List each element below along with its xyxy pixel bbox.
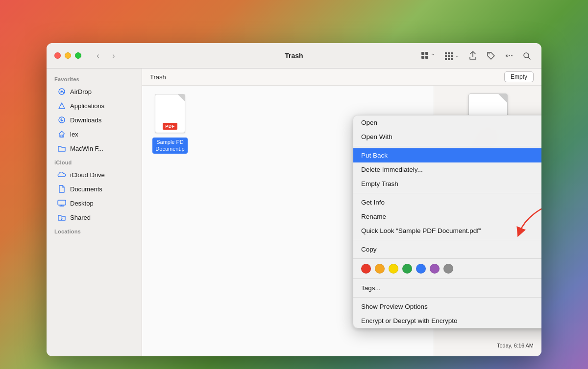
more-icon: »: [505, 52, 513, 60]
macwin-label: MacWin F...: [70, 145, 103, 152]
tag-button[interactable]: [484, 49, 498, 62]
sidebar: Favorites AirDrop: [47, 69, 142, 356]
view-chevron: ⌃: [431, 53, 435, 58]
menu-item-open-with[interactable]: Open With ›: [353, 130, 541, 144]
close-button[interactable]: [54, 52, 61, 59]
svg-rect-12: [451, 58, 453, 60]
sidebar-item-downloads[interactable]: Downloads: [49, 113, 139, 127]
file-item[interactable]: PDF Sample PD Document.p: [148, 92, 192, 350]
separator-3: [353, 240, 541, 240]
search-button[interactable]: [520, 50, 534, 62]
menu-item-tags[interactable]: Tags...: [353, 281, 541, 295]
shared-label: Shared: [70, 214, 91, 221]
menu-item-delete[interactable]: Delete Immediately...: [353, 162, 541, 177]
svg-line-16: [528, 57, 530, 59]
content-area: Favorites AirDrop: [47, 69, 541, 356]
svg-rect-0: [421, 52, 424, 55]
color-gray[interactable]: [443, 264, 453, 274]
color-blue[interactable]: [416, 264, 426, 274]
color-red[interactable]: [361, 264, 371, 274]
applications-icon: [57, 101, 66, 110]
maximize-button[interactable]: [75, 52, 81, 59]
favorites-label: Favorites: [47, 72, 142, 84]
menu-item-get-info[interactable]: Get Info: [353, 195, 541, 209]
menu-item-rename[interactable]: Rename: [353, 209, 541, 224]
color-tags-row: [353, 261, 541, 277]
context-menu: Open Open With › Put Back Delete Immedia…: [353, 115, 541, 328]
pdf-file-icon: PDF: [155, 94, 185, 133]
home-icon: [57, 130, 66, 138]
separator-4: [353, 258, 541, 259]
svg-point-13: [489, 53, 490, 54]
svg-rect-2: [421, 56, 424, 59]
menu-item-put-back[interactable]: Put Back: [353, 148, 541, 162]
window-title: Trash: [285, 52, 303, 60]
path-bar: Trash Empty: [142, 69, 541, 86]
svg-rect-5: [448, 52, 450, 54]
desktop-icon: [57, 199, 66, 208]
file-name: Sample PD Document.p: [152, 138, 187, 154]
sidebar-item-airdrop[interactable]: AirDrop: [49, 85, 139, 98]
empty-trash-button[interactable]: Empty: [504, 71, 534, 82]
menu-item-open[interactable]: Open: [353, 115, 541, 130]
forward-button[interactable]: ›: [107, 49, 121, 63]
sidebar-item-lex[interactable]: lex: [49, 127, 139, 141]
title-bar: ‹ › Trash ⌃: [47, 43, 541, 69]
toolbar-right: ⌃ ⌄: [418, 49, 534, 62]
file-icon-wrapper: PDF: [152, 92, 188, 136]
lex-label: lex: [70, 131, 78, 138]
menu-item-encrypt[interactable]: Encrypt or Decrypt with Encrypto: [353, 314, 541, 328]
svg-rect-4: [445, 52, 447, 54]
share-button[interactable]: [466, 49, 480, 62]
search-icon: [523, 52, 531, 60]
sidebar-item-applications[interactable]: Applications: [49, 99, 139, 113]
menu-item-empty-trash[interactable]: Empty Trash: [353, 177, 541, 191]
menu-item-show-preview[interactable]: Show Preview Options: [353, 300, 541, 314]
applications-label: Applications: [70, 102, 104, 110]
sidebar-item-shared[interactable]: Shared: [49, 210, 139, 224]
downloads-icon: [57, 115, 66, 124]
back-button[interactable]: ‹: [91, 49, 105, 63]
preview-date: Today, 6:16 AM: [442, 343, 534, 348]
locations-label: Locations: [47, 225, 142, 236]
svg-rect-11: [448, 58, 450, 60]
svg-rect-10: [445, 58, 447, 60]
sidebar-item-desktop[interactable]: Desktop: [49, 196, 139, 210]
sidebar-item-icloud[interactable]: iCloud Drive: [49, 168, 139, 182]
path-label: Trash: [150, 73, 166, 81]
tag-icon: [487, 51, 495, 60]
svg-rect-3: [425, 56, 428, 59]
sidebar-item-documents[interactable]: Documents: [49, 182, 139, 196]
grid-view-icon: [421, 51, 430, 60]
main-panel: Trash Empty PDF Sample PD Document.p: [142, 69, 541, 356]
document-icon: [57, 184, 66, 193]
sidebar-item-macwin[interactable]: MacWin F...: [49, 141, 139, 155]
nav-buttons: ‹ ›: [91, 49, 121, 63]
desktop-label: Desktop: [70, 200, 94, 207]
color-orange[interactable]: [375, 264, 385, 274]
color-purple[interactable]: [430, 264, 440, 274]
separator-2: [353, 193, 541, 193]
more-button[interactable]: »: [502, 50, 516, 62]
traffic-lights: [54, 52, 81, 59]
view-toggle-button[interactable]: ⌃: [418, 49, 438, 62]
finder-window: ‹ › Trash ⌃: [47, 43, 541, 356]
icloud-icon: [57, 170, 66, 179]
separator-6: [353, 297, 541, 298]
menu-item-copy[interactable]: Copy: [353, 242, 541, 256]
svg-rect-9: [451, 55, 453, 57]
folder-icon: [57, 144, 66, 153]
color-yellow[interactable]: [389, 264, 398, 274]
files-area: PDF Sample PD Document.p Open Open With: [142, 86, 541, 356]
svg-rect-1: [425, 52, 428, 55]
minimize-button[interactable]: [65, 52, 71, 59]
color-green[interactable]: [402, 264, 412, 274]
svg-rect-7: [445, 55, 447, 57]
menu-item-quick-look[interactable]: Quick Look “Sample PDF Document.pdf”: [353, 224, 541, 238]
icloud-label: iCloud: [47, 156, 142, 167]
airdrop-label: AirDrop: [70, 88, 92, 95]
icloud-drive-label: iCloud Drive: [70, 171, 105, 179]
svg-text:»: »: [506, 53, 509, 58]
documents-label: Documents: [70, 185, 102, 193]
group-button[interactable]: ⌄: [441, 49, 462, 62]
